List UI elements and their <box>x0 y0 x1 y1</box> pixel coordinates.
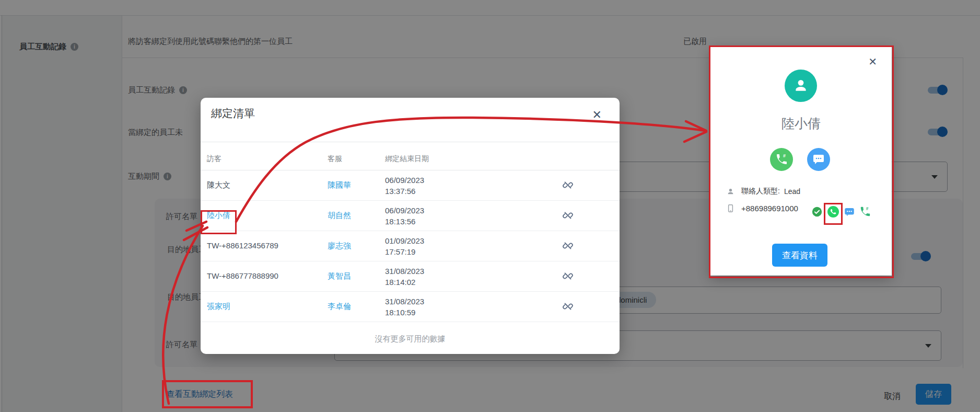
unlink-icon[interactable] <box>562 301 574 312</box>
channel-icons: # <box>812 205 871 218</box>
person-icon <box>792 77 810 95</box>
table-row: 陸小倩 胡自然 06/09/202318:13:56 <box>201 201 620 231</box>
agent-link[interactable]: 廖志強 <box>328 241 351 251</box>
modal-header-divider <box>201 142 620 142</box>
modal-title: 綁定清單 <box>211 106 255 121</box>
visitor-cell: 陳大文 <box>207 180 230 190</box>
contact-phone-row: +886989691000 <box>726 204 798 213</box>
binding-table-body: 陳大文 陳國華 06/09/202313:37:56 陸小倩 胡自然 06/09… <box>201 170 620 322</box>
agent-link[interactable]: 陳國華 <box>328 180 351 190</box>
unlink-icon[interactable] <box>562 270 574 282</box>
mobile-icon <box>726 204 735 213</box>
svg-text:#: # <box>866 207 869 211</box>
unlink-icon[interactable] <box>562 179 574 191</box>
chat-bubble-icon <box>812 153 825 166</box>
contact-type-row: 聯絡人類型: Lead <box>726 187 800 196</box>
table-row: TW-+886123456789 廖志強 01/09/202317:57:19 <box>201 231 620 261</box>
unlink-icon[interactable] <box>562 240 574 251</box>
phone-dialpad-green-icon[interactable]: # <box>859 206 871 218</box>
phone-dialpad-icon: # <box>775 153 788 166</box>
table-footer-text: 沒有更多可用的數據 <box>201 334 620 344</box>
table-header: 訪客 客服 綁定結束日期 <box>201 149 620 170</box>
settings-page: 員工互動記錄 i 將訪客綁定到使用此號碼聯繫他們的第一位員工 已啟用 員工互動記… <box>0 0 980 412</box>
col-agent: 客服 <box>328 154 342 164</box>
agent-link[interactable]: 黃智昌 <box>328 271 351 281</box>
visitor-link[interactable]: 陸小倩 <box>207 211 230 221</box>
verified-check-icon <box>812 207 822 217</box>
agent-link[interactable]: 胡自然 <box>328 211 351 221</box>
table-row: 張家明 李卓倫 31/08/202318:10:59 <box>201 292 620 322</box>
agent-link[interactable]: 李卓倫 <box>328 302 351 312</box>
binding-list-modal: 綁定清單 ✕ 訪客 客服 綁定結束日期 陳大文 陳國華 06/09/202313… <box>201 98 620 354</box>
end-date-cell: 31/08/202318:10:59 <box>385 296 424 318</box>
contact-phone: +886989691000 <box>741 204 798 213</box>
table-row: 陳大文 陳國華 06/09/202313:37:56 <box>201 170 620 201</box>
contact-name: 陸小倩 <box>710 115 892 132</box>
sms-icon[interactable] <box>844 207 855 217</box>
end-date-cell: 06/09/202313:37:56 <box>385 175 424 197</box>
contact-card: ✕ 陸小倩 # 聯絡人類型: Lead <box>710 47 892 276</box>
table-row: TW-+886777888990 黃智昌 31/08/202318:14:02 <box>201 261 620 292</box>
view-profile-button[interactable]: 查看資料 <box>772 244 827 267</box>
col-visitor: 訪客 <box>207 154 221 164</box>
end-date-cell: 31/08/202318:14:02 <box>385 266 424 288</box>
sms-button[interactable] <box>807 148 830 171</box>
whatsapp-icon[interactable] <box>827 205 839 218</box>
call-button[interactable]: # <box>770 148 793 171</box>
visitor-link[interactable]: 張家明 <box>207 302 230 312</box>
end-date-cell: 06/09/202318:13:56 <box>385 205 424 227</box>
contact-type-value: Lead <box>784 187 800 196</box>
unlink-icon[interactable] <box>562 210 574 221</box>
svg-text:#: # <box>783 153 786 158</box>
visitor-cell: TW-+886777888990 <box>207 271 278 280</box>
avatar <box>785 70 817 102</box>
col-end-date: 綁定結束日期 <box>385 154 429 164</box>
close-icon[interactable]: ✕ <box>868 56 877 67</box>
visitor-cell: TW-+886123456789 <box>207 241 278 250</box>
person-icon <box>726 187 735 196</box>
contact-type-label: 聯絡人類型: <box>741 187 780 196</box>
close-icon[interactable]: ✕ <box>592 109 602 121</box>
end-date-cell: 01/09/202317:57:19 <box>385 235 424 257</box>
